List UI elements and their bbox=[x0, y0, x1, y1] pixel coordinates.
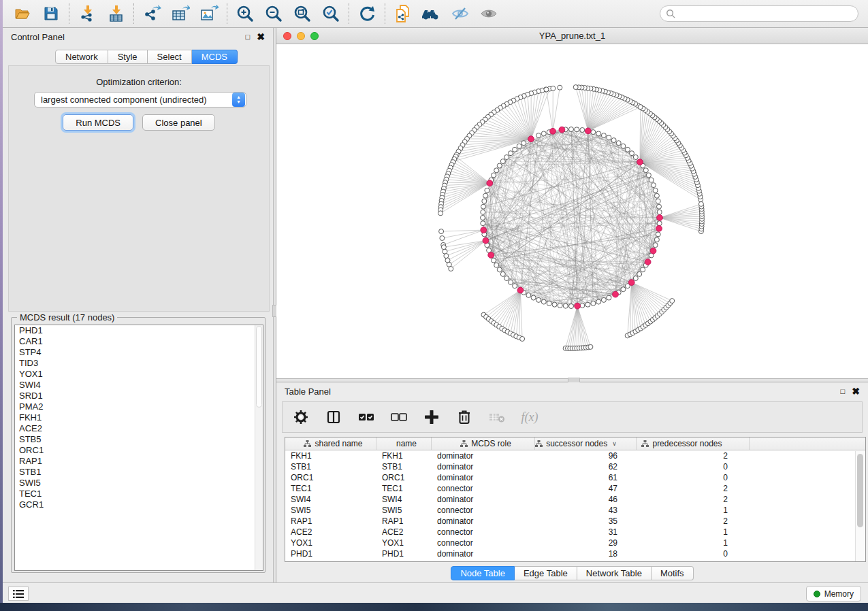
mcds-node-item[interactable]: CAR1 bbox=[15, 336, 263, 347]
float-panel-icon[interactable]: □ bbox=[246, 33, 251, 41]
mcds-node-item[interactable]: TEC1 bbox=[15, 489, 263, 499]
table-row[interactable]: FKH1FKH1dominator962 bbox=[285, 450, 865, 461]
table-row[interactable]: ORC1ORC1dominator610 bbox=[285, 472, 865, 483]
table-scrollbar[interactable] bbox=[855, 451, 865, 561]
memory-button[interactable]: Memory bbox=[806, 586, 861, 601]
tab-motifs[interactable]: Motifs bbox=[652, 566, 694, 580]
mcds-node-item[interactable]: SWI4 bbox=[15, 380, 263, 391]
table-row[interactable]: TEC1TEC1connector472 bbox=[285, 483, 865, 494]
cell-predecessor: 0 bbox=[637, 461, 750, 472]
list-icon bbox=[13, 590, 24, 598]
mcds-node-item[interactable]: SWI5 bbox=[15, 478, 263, 489]
cell-predecessor: 2 bbox=[637, 494, 750, 505]
cell-predecessor: 2 bbox=[637, 516, 750, 527]
mcds-node-item[interactable]: STP4 bbox=[15, 347, 263, 358]
tab-network-table[interactable]: Network Table bbox=[577, 566, 652, 580]
column-header-mcds-role[interactable]: MCDS role bbox=[432, 437, 535, 450]
zoom-fit-icon[interactable] bbox=[288, 2, 317, 25]
optimization-criterion-label: Optimization criterion: bbox=[9, 77, 269, 87]
mcds-node-item[interactable]: YOX1 bbox=[15, 369, 263, 380]
zoom-out-icon[interactable] bbox=[259, 2, 288, 25]
import-table-icon[interactable] bbox=[101, 2, 130, 25]
cell-predecessor: 2 bbox=[637, 450, 750, 461]
control-panel: Control Panel □ ✖ Network Style Select M… bbox=[3, 28, 273, 582]
columns-icon[interactable] bbox=[325, 407, 342, 427]
column-header-name[interactable]: name bbox=[376, 437, 432, 450]
add-column-icon[interactable] bbox=[423, 407, 440, 427]
column-header-successor-nodes[interactable]: successor nodes ∨ bbox=[535, 437, 637, 450]
mcds-node-item[interactable]: ACE2 bbox=[15, 423, 263, 434]
import-network-icon[interactable] bbox=[73, 2, 101, 25]
close-panel-icon[interactable]: ✖ bbox=[852, 388, 860, 395]
mcds-node-item[interactable]: PHD1 bbox=[15, 325, 263, 336]
optimization-criterion-select[interactable]: largest connected component (undirected)… bbox=[34, 92, 246, 108]
cell-name: SWI5 bbox=[376, 505, 432, 516]
delete-column-icon[interactable] bbox=[455, 407, 473, 427]
mcds-node-item[interactable]: PMA2 bbox=[15, 401, 263, 412]
mcds-list-scrollbar[interactable] bbox=[255, 325, 263, 570]
save-icon[interactable] bbox=[37, 2, 65, 25]
mcds-node-item[interactable]: ORC1 bbox=[15, 445, 263, 456]
main-toolbar bbox=[3, 0, 868, 28]
cell-predecessor: 0 bbox=[637, 472, 750, 483]
tab-mcds[interactable]: MCDS bbox=[192, 50, 238, 64]
deselect-all-icon[interactable] bbox=[390, 407, 408, 427]
table-row[interactable]: RAP1RAP1dominator352 bbox=[285, 516, 865, 527]
table-row[interactable]: PHD1PHD1dominator180 bbox=[285, 548, 865, 559]
close-panel-button[interactable]: Close panel bbox=[142, 114, 215, 131]
mcds-node-item[interactable]: TID3 bbox=[15, 358, 263, 369]
zoom-selected-icon[interactable] bbox=[317, 2, 345, 25]
run-mcds-button[interactable]: Run MCDS bbox=[63, 114, 133, 131]
tab-network[interactable]: Network bbox=[55, 50, 108, 64]
mcds-node-item[interactable]: STB1 bbox=[15, 467, 263, 478]
table-row[interactable]: ACE2ACE2connector311 bbox=[285, 527, 865, 538]
gear-icon[interactable] bbox=[292, 407, 310, 427]
search-network-icon[interactable] bbox=[417, 2, 446, 25]
attribute-icon bbox=[304, 440, 311, 447]
mcds-result-list[interactable]: PHD1CAR1STP4TID3YOX1SWI4SRD1PMA2FKH1ACE2… bbox=[14, 325, 263, 571]
column-header-predecessor-nodes[interactable]: predecessor nodes bbox=[637, 437, 750, 450]
cell-mcds_role: connector bbox=[432, 527, 535, 538]
table-row[interactable]: SWI5SWI5connector431 bbox=[285, 505, 865, 516]
mcds-node-item[interactable]: SRD1 bbox=[15, 391, 263, 401]
table-row[interactable]: SWI4SWI4dominator462 bbox=[285, 494, 865, 505]
cell-predecessor: 0 bbox=[637, 548, 750, 559]
cell-name: YOX1 bbox=[376, 538, 432, 548]
export-network-icon[interactable] bbox=[138, 2, 166, 25]
tab-edge-table[interactable]: Edge Table bbox=[515, 566, 577, 580]
memory-label: Memory bbox=[824, 589, 854, 599]
table-row[interactable]: YOX1YOX1connector291 bbox=[285, 538, 865, 548]
cell-successor: 29 bbox=[535, 538, 637, 548]
search-input[interactable] bbox=[676, 9, 852, 18]
close-panel-icon[interactable]: ✖ bbox=[257, 33, 265, 40]
cell-shared_name: TEC1 bbox=[285, 483, 376, 494]
export-image-icon[interactable] bbox=[195, 2, 223, 25]
tab-style[interactable]: Style bbox=[108, 50, 148, 64]
mcds-node-item[interactable]: GCR1 bbox=[15, 499, 263, 510]
tab-select[interactable]: Select bbox=[148, 50, 192, 64]
mcds-node-item[interactable]: STB5 bbox=[15, 434, 263, 445]
zoom-in-icon[interactable] bbox=[231, 2, 259, 25]
float-panel-icon[interactable]: □ bbox=[841, 387, 846, 395]
cell-mcds_role: connector bbox=[432, 483, 535, 494]
open-folder-icon[interactable] bbox=[8, 2, 37, 25]
search-box[interactable] bbox=[660, 5, 858, 22]
copy-network-icon[interactable] bbox=[389, 2, 417, 25]
table-row[interactable]: STB1STB1dominator620 bbox=[285, 461, 865, 472]
column-header-shared-name[interactable]: shared name bbox=[285, 437, 376, 450]
hide-eye-icon[interactable] bbox=[446, 2, 475, 25]
control-panel-tabs: Network Style Select MCDS bbox=[55, 50, 238, 64]
log-console-button[interactable] bbox=[8, 587, 29, 601]
mcds-node-item[interactable]: FKH1 bbox=[15, 412, 263, 423]
refresh-icon[interactable] bbox=[353, 2, 381, 25]
export-table-icon[interactable] bbox=[166, 2, 195, 25]
mcds-node-item[interactable]: RAP1 bbox=[15, 456, 263, 467]
select-all-icon[interactable] bbox=[357, 407, 375, 427]
cell-shared_name: STB1 bbox=[285, 461, 376, 472]
network-titlebar[interactable]: YPA_prune.txt_1 bbox=[276, 28, 868, 44]
tab-node-table[interactable]: Node Table bbox=[451, 566, 515, 580]
network-graph[interactable] bbox=[276, 44, 868, 378]
network-window: YPA_prune.txt_1 bbox=[276, 28, 868, 378]
cell-name: TEC1 bbox=[376, 483, 432, 494]
show-eye-icon[interactable] bbox=[475, 2, 503, 25]
